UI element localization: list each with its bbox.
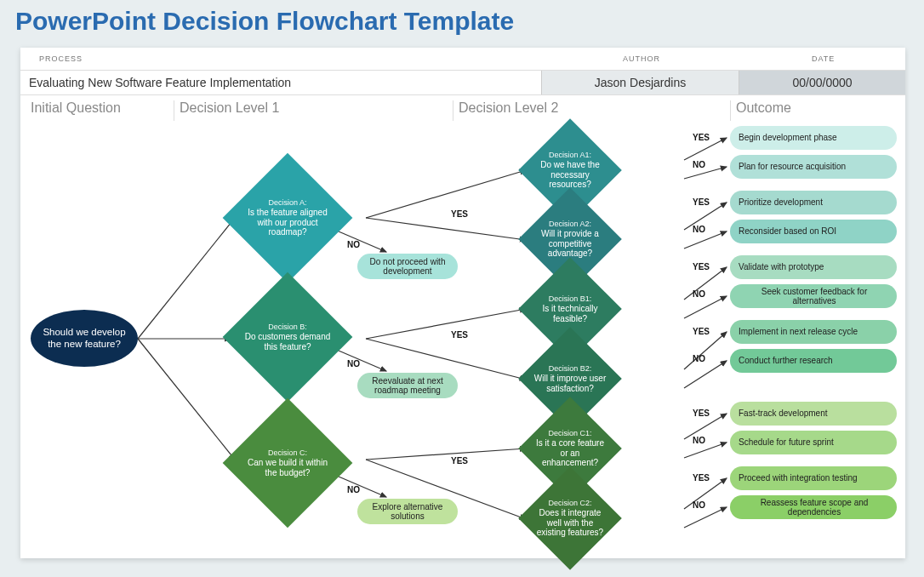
- no-label: NO: [693, 225, 705, 234]
- no-label: NO: [347, 485, 360, 494]
- no-outcome-a: Do not proceed with development: [357, 254, 458, 279]
- decision-a: Decision A:Is the feature aligned with o…: [223, 153, 353, 283]
- outcome-c2-no: Reassess feature scope and dependencies: [730, 495, 897, 519]
- no-label: NO: [693, 160, 705, 169]
- col-level1: Decision Level 1: [174, 100, 453, 121]
- no-label: NO: [347, 240, 360, 249]
- col-outcome: Outcome: [730, 100, 905, 121]
- outcome-a2-yes: Prioritize development: [730, 191, 897, 214]
- author-label: AUTHOR: [623, 54, 660, 63]
- flowchart-card: PROCESS AUTHOR DATE Evaluating New Softw…: [20, 48, 905, 558]
- process-label: PROCESS: [39, 54, 83, 63]
- date-field[interactable]: 00/00/0000: [739, 71, 905, 94]
- flowchart-canvas: Should we develop the new feature? Decis…: [20, 121, 905, 555]
- no-label: NO: [347, 359, 360, 368]
- date-label: DATE: [812, 54, 835, 63]
- decision-b: Decision B:Do customers demand this feat…: [223, 272, 353, 403]
- no-label: NO: [693, 500, 705, 510]
- header-labels: PROCESS AUTHOR DATE: [20, 48, 905, 70]
- outcome-b2-no: Conduct further research: [730, 349, 897, 373]
- decision-c2: Decision C2:Does it integrate well with …: [518, 466, 622, 570]
- yes-label: YES: [451, 456, 468, 466]
- outcome-a1-no: Plan for resource acquisition: [730, 155, 897, 179]
- column-headers: Initial Question Decision Level 1 Decisi…: [20, 100, 905, 121]
- outcome-b1-no: Seek customer feedback for alternatives: [730, 284, 897, 308]
- outcome-a2-no: Reconsider based on ROI: [730, 220, 897, 243]
- col-level2: Decision Level 2: [453, 100, 730, 121]
- outcome-c1-yes: Fast-track development: [730, 402, 897, 426]
- yes-label: YES: [693, 473, 710, 483]
- yes-label: YES: [451, 209, 468, 219]
- yes-label: YES: [693, 197, 710, 207]
- yes-label: YES: [693, 327, 710, 336]
- no-label: NO: [693, 289, 705, 299]
- start-node: Should we develop the new feature?: [31, 310, 138, 367]
- no-label: NO: [693, 354, 705, 363]
- decision-c: Decision C:Can we build it within the bu…: [223, 398, 353, 528]
- page-title: PowerPoint Decision Flowchart Template: [0, 0, 924, 43]
- yes-label: YES: [693, 133, 710, 142]
- outcome-c1-no: Schedule for future sprint: [730, 431, 897, 454]
- header-row: Evaluating New Software Feature Implemen…: [20, 70, 905, 95]
- yes-label: YES: [451, 330, 468, 340]
- col-initial: Initial Question: [31, 100, 174, 121]
- author-field[interactable]: Jason Desjardins: [541, 71, 739, 94]
- outcome-b2-yes: Implement in next release cycle: [730, 320, 897, 344]
- no-label: NO: [693, 436, 705, 445]
- yes-label: YES: [693, 262, 710, 271]
- no-outcome-c: Explore alternative solutions: [357, 499, 458, 524]
- yes-label: YES: [693, 408, 710, 418]
- outcome-a1-yes: Begin development phase: [730, 126, 897, 150]
- outcome-b1-yes: Validate with prototype: [730, 255, 897, 279]
- process-field[interactable]: Evaluating New Software Feature Implemen…: [20, 71, 541, 94]
- no-outcome-b: Reevaluate at next roadmap meeting: [357, 373, 458, 398]
- outcome-c2-yes: Proceed with integration testing: [730, 466, 897, 490]
